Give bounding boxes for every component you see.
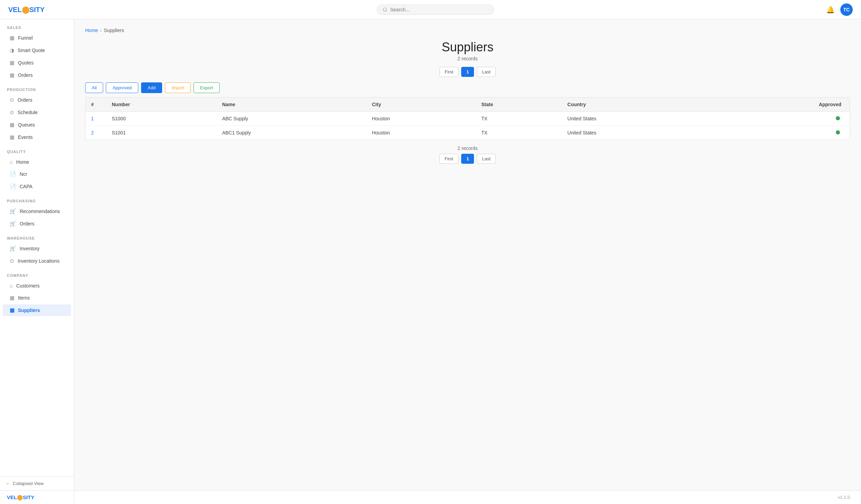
sidebar-item-label: Ncr — [20, 171, 27, 177]
sidebar-item-orders-purchasing[interactable]: 🛒 Orders — [3, 218, 71, 230]
table-row: 1 S1000 ABC Supply Houston TX United Sta… — [86, 112, 850, 126]
sidebar-item-label: CAPA — [20, 184, 32, 189]
sidebar-item-quality-home[interactable]: ⌂ Home — [3, 156, 71, 168]
sidebar-item-label: Suppliers — [18, 308, 40, 313]
schedule-icon: ⊙ — [10, 109, 14, 115]
approved-dot — [836, 130, 840, 134]
sidebar-item-queues[interactable]: ▦ Queues — [3, 119, 71, 131]
sidebar-item-label: Inventory Locations — [18, 258, 59, 264]
import-button[interactable]: Import — [165, 82, 191, 93]
col-state: State — [476, 98, 562, 112]
sidebar-item-label: Home — [16, 159, 29, 165]
sidebar-item-label: Funnel — [18, 35, 33, 41]
add-button[interactable]: Add — [141, 82, 162, 93]
row-city: Houston — [366, 126, 476, 140]
col-city: City — [366, 98, 476, 112]
sidebar-item-schedule[interactable]: ⊙ Schedule — [3, 107, 71, 118]
orders-sales-icon: ▦ — [10, 72, 14, 78]
inventory-locations-icon: ⊙ — [10, 258, 14, 264]
sidebar-item-funnel[interactable]: ▦ Funnel — [3, 32, 71, 44]
collapsed-view-button[interactable]: ← Collapsed View — [0, 476, 74, 490]
collapse-icon: ← — [6, 481, 10, 486]
row-country: United States — [562, 112, 713, 126]
records-count-bottom: 2 records — [85, 145, 850, 151]
sidebar-item-ncr[interactable]: 📄 Ncr — [3, 168, 71, 180]
main-layout: SALES ▦ Funnel ◑ Smart Quote ▦ Quotes ▦ … — [0, 19, 861, 490]
quality-home-icon: ⌂ — [10, 159, 13, 165]
col-hash: # — [86, 98, 106, 112]
svg-line-1 — [386, 10, 387, 11]
sidebar-item-quotes[interactable]: ▦ Quotes — [3, 57, 71, 69]
version-text: v1.1.0 — [827, 491, 861, 504]
sidebar-item-label: Inventory — [20, 246, 40, 251]
sidebar-item-capa[interactable]: 📄 CAPA — [3, 181, 71, 192]
records-count-top: 2 records — [85, 56, 850, 61]
nav-right: 🔔 TC — [826, 3, 853, 16]
sidebar-item-orders-sales[interactable]: ▦ Orders — [3, 69, 71, 81]
avatar[interactable]: TC — [840, 3, 853, 16]
pagination-first-top[interactable]: First — [439, 67, 458, 77]
sidebar-section-purchasing: PURCHASING — [0, 193, 74, 205]
pagination-top: First 1 Last — [85, 67, 850, 77]
export-button[interactable]: Export — [194, 82, 220, 93]
search-bar[interactable] — [377, 4, 494, 15]
sidebar-section-quality: QUALITY — [0, 143, 74, 156]
sidebar-item-smart-quote[interactable]: ◑ Smart Quote — [3, 44, 71, 56]
quotes-icon: ▦ — [10, 60, 14, 66]
pagination-first-bottom[interactable]: First — [439, 154, 458, 164]
row-index[interactable]: 1 — [86, 112, 106, 126]
row-city: Houston — [366, 112, 476, 126]
table-row: 2 S1001 ABC1 Supply Houston TX United St… — [86, 126, 850, 140]
sidebar: SALES ▦ Funnel ◑ Smart Quote ▦ Quotes ▦ … — [0, 19, 74, 490]
row-name: ABC1 Supply — [217, 126, 366, 140]
notifications-icon[interactable]: 🔔 — [826, 6, 835, 14]
sidebar-item-label: Customers — [16, 283, 40, 289]
sidebar-item-inventory[interactable]: 🛒 Inventory — [3, 243, 71, 254]
items-icon: ▦ — [10, 295, 14, 301]
sidebar-item-events[interactable]: ▦ Events — [3, 131, 71, 143]
table-header-row: # Number Name City State Country Approve… — [86, 98, 850, 112]
sidebar-item-label: Events — [18, 134, 33, 140]
row-name: ABC Supply — [217, 112, 366, 126]
orders-production-icon: ⊙ — [10, 97, 14, 103]
pagination-page-top[interactable]: 1 — [461, 67, 474, 77]
suppliers-icon: ▦ — [10, 307, 14, 313]
customers-icon: ⌂ — [10, 283, 13, 289]
inventory-icon: 🛒 — [10, 245, 16, 252]
sidebar-item-orders-production[interactable]: ⊙ Orders — [3, 94, 71, 106]
sidebar-section-warehouse: WAREHOUSE — [0, 230, 74, 242]
bottom-sidebar-logo: VEL⬤SITY — [0, 491, 74, 504]
pagination-last-top[interactable]: Last — [477, 67, 496, 77]
row-number: S1000 — [106, 112, 217, 126]
all-button[interactable]: All — [85, 82, 103, 93]
pagination-page-bottom[interactable]: 1 — [461, 154, 474, 164]
approved-button[interactable]: Approved — [106, 82, 138, 93]
sidebar-item-customers[interactable]: ⌂ Customers — [3, 280, 71, 291]
events-icon: ▦ — [10, 134, 14, 140]
row-index[interactable]: 2 — [86, 126, 106, 140]
app-logo[interactable]: VEL⬤SITY — [8, 6, 44, 14]
table: # Number Name City State Country Approve… — [86, 98, 850, 140]
sidebar-item-label: Quotes — [18, 60, 33, 65]
sidebar-item-items[interactable]: ▦ Items — [3, 292, 71, 304]
pagination-bottom: First 1 Last — [85, 154, 850, 164]
top-navigation: VEL⬤SITY 🔔 TC — [0, 0, 861, 19]
page-title-area: Suppliers 2 records — [85, 40, 850, 61]
ncr-icon: 📄 — [10, 171, 16, 177]
col-country: Country — [562, 98, 713, 112]
sidebar-item-suppliers[interactable]: ▦ Suppliers — [3, 304, 71, 316]
sidebar-section-production: PRODUCTION — [0, 81, 74, 94]
search-input[interactable] — [390, 7, 488, 12]
sidebar-item-label: Recommendations — [20, 209, 60, 214]
capa-icon: 📄 — [10, 183, 16, 190]
pagination-last-bottom[interactable]: Last — [477, 154, 496, 164]
row-approved — [713, 112, 850, 126]
page-title: Suppliers — [85, 40, 850, 54]
queues-icon: ▦ — [10, 122, 14, 128]
sidebar-item-inventory-locations[interactable]: ⊙ Inventory Locations — [3, 255, 71, 267]
breadcrumb-home[interactable]: Home — [85, 28, 98, 33]
sidebar-item-label: Schedule — [18, 110, 38, 115]
breadcrumb: Home › Suppliers — [85, 28, 850, 33]
sidebar-item-recommendations[interactable]: 🛒 Recommendations — [3, 205, 71, 217]
row-number: S1001 — [106, 126, 217, 140]
